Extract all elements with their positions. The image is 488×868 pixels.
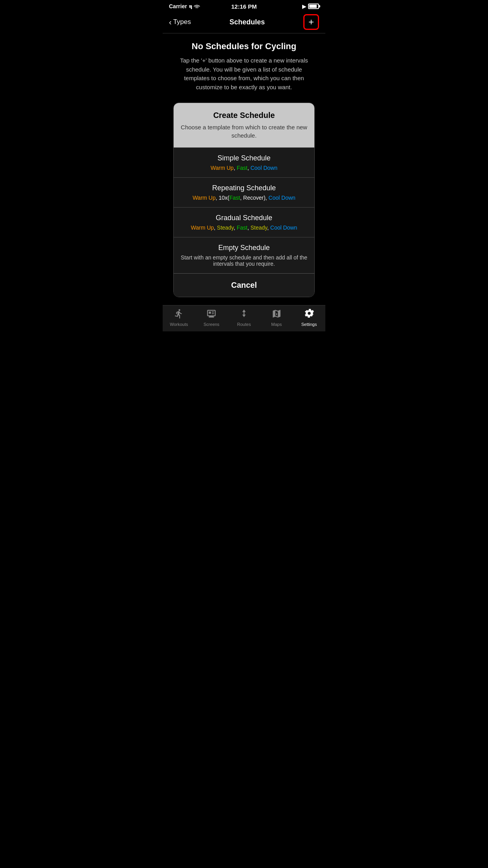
screens-icon: [206, 309, 216, 320]
simple-schedule-title: Simple Schedule: [180, 154, 308, 162]
tab-settings[interactable]: Settings: [293, 309, 325, 327]
nav-bar: ‹ Types Schedules +: [163, 11, 325, 33]
empty-schedule-option[interactable]: Empty Schedule Start with an empty sched…: [174, 237, 314, 273]
gradual-schedule-option[interactable]: Gradual Schedule Warm Up, Steady, Fast, …: [174, 207, 314, 237]
simple-schedule-option[interactable]: Simple Schedule Warm Up, Fast, Cool Down: [174, 147, 314, 177]
tab-workouts-label: Workouts: [170, 322, 188, 327]
tab-routes-label: Routes: [237, 322, 251, 327]
tab-workouts[interactable]: Workouts: [163, 309, 195, 327]
repeating-schedule-option[interactable]: Repeating Schedule Warm Up, 10x(Fast, Re…: [174, 177, 314, 207]
action-sheet: Create Schedule Choose a template from w…: [173, 103, 315, 297]
battery-icon: [308, 4, 319, 9]
repeating-schedule-subtitle: Warm Up, 10x(Fast, Recover), Cool Down: [180, 195, 308, 201]
cancel-label: Cancel: [231, 281, 257, 289]
empty-schedule-title: Empty Schedule: [180, 244, 308, 252]
page-title: Schedules: [229, 18, 265, 26]
status-bar: Carrier 𝛈︎ 12:16 PM ▶: [163, 0, 325, 11]
location-icon: ▶: [302, 4, 306, 9]
simple-schedule-subtitle: Warm Up, Fast, Cool Down: [180, 165, 308, 171]
status-time: 12:16 PM: [231, 3, 257, 10]
tab-routes[interactable]: Routes: [228, 309, 261, 327]
tab-maps-label: Maps: [271, 322, 282, 327]
empty-schedule-subtitle: Start with an empty schedule and then ad…: [180, 254, 308, 267]
tab-settings-label: Settings: [301, 322, 317, 327]
cancel-button[interactable]: Cancel: [174, 273, 314, 297]
gradual-schedule-title: Gradual Schedule: [180, 214, 308, 222]
add-schedule-button[interactable]: +: [303, 14, 319, 30]
empty-state-description: Tap the '+' button above to create a new…: [169, 56, 319, 92]
carrier-label: Carrier: [169, 3, 187, 9]
svg-rect-2: [212, 313, 214, 314]
status-right: ▶: [302, 4, 319, 9]
routes-icon: [239, 309, 249, 320]
tab-screens-label: Screens: [204, 322, 219, 327]
tab-screens[interactable]: Screens: [195, 309, 228, 327]
svg-rect-0: [209, 312, 211, 314]
repeating-schedule-title: Repeating Schedule: [180, 184, 308, 192]
tab-maps[interactable]: Maps: [260, 309, 293, 327]
wifi-icon: 𝛈︎: [189, 3, 200, 9]
action-sheet-header: Create Schedule Choose a template from w…: [174, 103, 314, 147]
back-label: Types: [173, 18, 191, 26]
chevron-left-icon: ‹: [169, 18, 172, 27]
empty-state-title: No Schedules for Cycling: [192, 41, 297, 51]
tab-bar: Workouts Screens Routes: [163, 305, 325, 331]
gradual-schedule-subtitle: Warm Up, Steady, Fast, Steady, Cool Down: [180, 224, 308, 231]
back-button[interactable]: ‹ Types: [169, 18, 191, 27]
svg-rect-1: [212, 312, 214, 313]
settings-icon: [304, 309, 314, 320]
create-schedule-subtitle: Choose a template from which to create t…: [180, 123, 308, 140]
status-left: Carrier 𝛈︎: [169, 3, 200, 9]
create-schedule-title: Create Schedule: [180, 111, 308, 120]
maps-icon: [272, 309, 282, 320]
plus-icon: +: [308, 17, 314, 28]
workouts-icon: [174, 309, 184, 320]
main-content: No Schedules for Cycling Tap the '+' but…: [163, 33, 325, 305]
